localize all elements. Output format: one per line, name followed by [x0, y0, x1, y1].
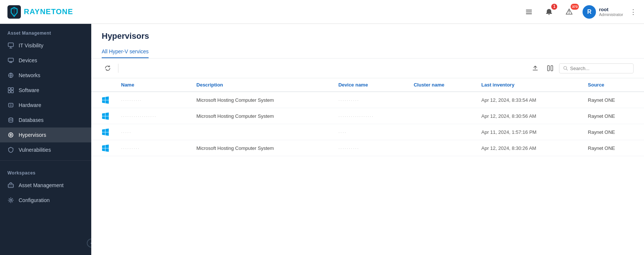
svg-rect-11 [11, 91, 13, 93]
svg-rect-18 [551, 66, 553, 71]
sidebar-item-it-visibility[interactable]: IT Visibility [0, 38, 91, 53]
sidebar-item-hypervisors[interactable]: Hypervisors [0, 128, 91, 142]
col-description[interactable]: Description [190, 78, 332, 92]
main-layout: Asset Management IT Visibility Devices N… [0, 24, 644, 255]
search-box[interactable] [559, 63, 634, 73]
sidebar-item-software[interactable]: Software [0, 83, 91, 98]
row-icon-cell [91, 108, 115, 124]
gear-icon [7, 197, 14, 204]
desktop-icon [7, 57, 14, 64]
menu-icon-btn[interactable] [522, 5, 536, 19]
sidebar-section-workspaces: Workspaces [0, 164, 91, 178]
row-source: Raynet ONE [582, 124, 644, 140]
row-description: Microsoft Hosting Computer System [190, 92, 332, 108]
sidebar-label-hardware: Hardware [19, 102, 41, 108]
header-actions: 1 373 R root Administrator ⋮ [522, 5, 637, 19]
content-area: Hypervisors All Hyper-V services [91, 24, 644, 255]
sidebar-label-it-visibility: IT Visibility [19, 42, 43, 48]
svg-rect-4 [8, 43, 13, 47]
bell-icon [545, 8, 553, 16]
svg-rect-6 [9, 62, 12, 63]
menu-icon [525, 8, 533, 16]
row-cluster-name [408, 124, 476, 140]
export-btn[interactable] [529, 62, 541, 74]
user-name: root [599, 7, 623, 12]
page-tabs: All Hyper-V services [102, 45, 634, 58]
table-row[interactable]: ··········Microsoft Hosting Computer Sys… [91, 92, 644, 108]
row-source: Raynet ONE [582, 140, 644, 156]
sidebar-label-asset-management-workspace: Asset Management [19, 182, 64, 188]
sidebar: Asset Management IT Visibility Devices N… [0, 24, 91, 255]
kebab-menu-btn[interactable]: ⋮ [630, 8, 637, 16]
refresh-btn[interactable] [102, 62, 114, 74]
notifications-btn[interactable]: 1 [542, 5, 556, 19]
svg-rect-17 [548, 66, 549, 71]
search-icon [563, 66, 568, 71]
sidebar-item-hardware[interactable]: Hardware [0, 98, 91, 113]
row-icon-cell [91, 92, 115, 108]
page-header: Hypervisors All Hyper-V services [91, 24, 644, 59]
sidebar-item-devices[interactable]: Devices [0, 53, 91, 68]
sidebar-label-software: Software [19, 87, 39, 93]
col-last-inventory[interactable]: Last inventory [475, 78, 582, 92]
sidebar-item-asset-management-workspace[interactable]: Asset Management [0, 178, 91, 193]
row-device-name: ···· [332, 124, 407, 140]
row-cluster-name [408, 108, 476, 124]
sidebar-section-asset-management: Asset Management [0, 24, 91, 38]
windows-icon [102, 96, 109, 104]
columns-btn[interactable] [544, 62, 556, 74]
col-device-name[interactable]: Device name [332, 78, 407, 92]
row-last-inventory: Apr 12, 2024, 8:30:56 AM [475, 108, 582, 124]
user-section[interactable]: R root Administrator [583, 5, 623, 19]
export-icon [532, 65, 539, 72]
toolbar-divider [118, 64, 118, 73]
windows-icon [102, 112, 109, 120]
user-info: root Administrator [599, 7, 623, 17]
col-cluster-name[interactable]: Cluster name [408, 78, 476, 92]
sidebar-label-hypervisors: Hypervisors [19, 132, 46, 138]
svg-rect-9 [11, 88, 13, 90]
data-table-container: Name Description Device name Cluster nam… [91, 78, 644, 255]
col-name[interactable]: Name [115, 78, 190, 92]
user-role: Administrator [599, 12, 623, 17]
tab-all-hyper-v[interactable]: All Hyper-V services [102, 45, 149, 58]
page-title: Hypervisors [102, 31, 634, 41]
table-row[interactable]: ·················Microsoft Hosting Compu… [91, 108, 644, 124]
sidebar-label-vulnerabilities: Vulnerabilities [19, 147, 51, 153]
row-icon-cell [91, 124, 115, 140]
row-description: Microsoft Hosting Computer System [190, 108, 332, 124]
row-last-inventory: Apr 12, 2024, 8:30:26 AM [475, 140, 582, 156]
col-source[interactable]: Source [582, 78, 644, 92]
row-source: Raynet ONE [582, 108, 644, 124]
row-name: ········· [115, 140, 190, 156]
alerts-btn[interactable]: 373 [562, 5, 576, 19]
sidebar-collapse-btn[interactable]: ‹ [87, 239, 91, 248]
windows-icon [102, 144, 109, 152]
refresh-icon [105, 65, 111, 71]
row-last-inventory: Apr 12, 2024, 8:33:54 AM [475, 92, 582, 108]
svg-rect-8 [8, 88, 10, 90]
sidebar-item-vulnerabilities[interactable]: Vulnerabilities [0, 142, 91, 157]
logo-icon [7, 5, 21, 19]
table-header-row: Name Description Device name Cluster nam… [91, 78, 644, 92]
table-row[interactable]: ·········Apr 11, 2024, 1:57:16 PMRaynet … [91, 124, 644, 140]
svg-point-13 [9, 118, 13, 119]
hypervisors-table: Name Description Device name Cluster nam… [91, 78, 644, 156]
database-icon [7, 117, 14, 123]
sidebar-item-databases[interactable]: Databases [0, 113, 91, 128]
sidebar-divider [0, 160, 91, 161]
sidebar-item-configuration[interactable]: Configuration [0, 193, 91, 208]
sidebar-item-networks[interactable]: Networks [0, 68, 91, 83]
svg-rect-1 [526, 10, 532, 10]
columns-icon [547, 65, 553, 72]
search-input[interactable] [570, 66, 629, 71]
avatar: R [583, 5, 596, 19]
row-name: ·········· [115, 92, 190, 108]
row-description: Microsoft Hosting Computer System [190, 140, 332, 156]
row-name: ····· [115, 124, 190, 140]
table-row[interactable]: ·········Microsoft Hosting Computer Syst… [91, 140, 644, 156]
logo-text: RAYNETONE [24, 7, 73, 16]
logo: RAYNETONE [7, 5, 73, 19]
network-icon [7, 72, 14, 79]
row-source: Raynet ONE [582, 92, 644, 108]
